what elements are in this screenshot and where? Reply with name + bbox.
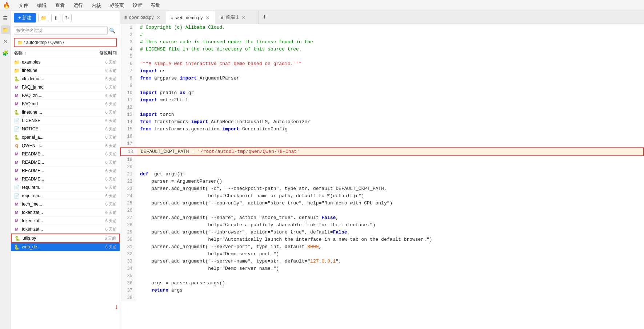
file-name: openai_a... <box>22 135 91 140</box>
file-item[interactable]: 🐍 openai_a... 6 天前 <box>11 133 120 142</box>
line-number: 16 <box>120 133 136 140</box>
file-item[interactable]: 📄 LICENSE 6 天前 <box>11 117 120 125</box>
sidebar-icon-files[interactable]: 📁 <box>1 25 10 34</box>
menu-kernel[interactable]: 内核 <box>90 1 103 9</box>
line-content <box>136 294 140 301</box>
breadcrumb[interactable]: 📁 / autodl-tmp / Qwen / <box>14 38 117 47</box>
code-line: 37 return args <box>120 287 644 294</box>
file-name: FAQ_zh.... <box>22 93 91 98</box>
file-item[interactable]: M FAQ_ja.md 6 天前 <box>11 83 120 92</box>
line-content: parser.add_argument("--server-name", typ… <box>136 258 341 265</box>
code-line: 11import mdtex2html <box>120 97 644 104</box>
line-number: 29 <box>120 229 136 236</box>
code-area[interactable]: 1# Copyright (c) Alibaba Cloud.2#3# This… <box>120 24 644 329</box>
file-item[interactable]: 🐍 cli_demo.... 6 天前 <box>11 75 120 83</box>
file-item[interactable]: M FAQ_zh.... 6 天前 <box>11 92 120 100</box>
file-icon: 🐍 <box>14 76 20 82</box>
code-line: 17 <box>120 140 644 147</box>
file-item[interactable]: M README... 6 天前 <box>11 150 120 158</box>
line-content <box>136 140 140 147</box>
tab-terminal[interactable]: 🖥 终端 1 ✕ <box>215 11 259 24</box>
code-line: 38 <box>120 294 644 301</box>
line-content: help="Automatically launch the interface… <box>136 236 432 243</box>
code-line: 26 <box>120 207 644 214</box>
file-item[interactable]: M README... 6 天前 <box>11 167 120 175</box>
file-icon: 🐍 <box>14 134 20 140</box>
file-item[interactable]: M README... 6 天前 <box>11 175 120 183</box>
file-item[interactable]: 📁 examples 6 天前 <box>11 58 120 66</box>
file-item[interactable]: 🐍 finetune.... 6 天前 <box>11 108 120 117</box>
file-name: requirem... <box>22 193 91 198</box>
line-number: 1 <box>120 24 136 31</box>
code-line: 6"""A simple web interactive chat demo b… <box>120 60 644 68</box>
upload-folder-button[interactable]: 📁 <box>38 14 49 22</box>
code-line: 7import os <box>120 68 644 75</box>
file-item[interactable]: 📄 NOTICE 6 天前 <box>11 125 120 133</box>
search-input[interactable] <box>14 27 108 34</box>
code-line: 22 parser = ArgumentParser() <box>120 178 644 185</box>
file-item[interactable]: 🐍 utils.py 6 天前 <box>11 233 120 243</box>
file-item[interactable]: M tokenizat... 6 天前 <box>11 217 120 225</box>
line-number: 21 <box>120 171 136 178</box>
tab-download[interactable]: ≡ download.py ✕ <box>120 11 166 24</box>
tab-add-button[interactable]: + <box>259 13 270 21</box>
file-item[interactable]: M FAQ.md 6 天前 <box>11 100 120 108</box>
line-number: 33 <box>120 258 136 265</box>
line-content: help="Checkpoint name or path, default t… <box>136 192 364 200</box>
file-item[interactable]: 📄 requirem... 6 天前 <box>11 183 120 192</box>
line-content: from transformers import AutoModelForCau… <box>136 118 310 126</box>
upload-button[interactable]: ⬆ <box>51 14 60 22</box>
new-button[interactable]: + 新建 <box>14 13 36 23</box>
tab-web-demo-label: web_demo.py <box>175 15 203 20</box>
file-item[interactable]: M tokenizat... 6 天前 <box>11 208 120 217</box>
tab-terminal-close[interactable]: ✕ <box>241 14 247 21</box>
file-name: tech_me... <box>22 202 91 207</box>
search-button[interactable]: 🔍 <box>108 27 117 34</box>
sidebar-icon-circle[interactable]: ⊙ <box>1 37 10 46</box>
file-name: FAQ.md <box>22 101 91 106</box>
menu-view[interactable]: 查看 <box>54 1 66 9</box>
line-number: 10 <box>120 89 136 97</box>
file-time: 6 天前 <box>91 193 117 199</box>
tab-web-demo-close[interactable]: ✕ <box>205 15 211 21</box>
file-name: FAQ_ja.md <box>22 85 91 90</box>
menu-tabs[interactable]: 标签页 <box>108 1 125 9</box>
file-item[interactable]: 📄 requirem... 6 天前 <box>11 192 120 200</box>
tab-download-close[interactable]: ✕ <box>156 14 161 21</box>
file-time: 6 天前 <box>91 210 117 215</box>
menu-run[interactable]: 运行 <box>72 1 84 9</box>
file-item[interactable]: M tokenizat... 6 天前 <box>11 225 120 233</box>
menu-settings[interactable]: 设置 <box>131 1 144 9</box>
line-number: 38 <box>120 294 136 301</box>
file-item[interactable]: 🐍 web_de... 6 天前 <box>11 243 120 251</box>
line-number: 24 <box>120 192 136 200</box>
file-time: 6 天前 <box>91 76 117 82</box>
sidebar-icon-menu[interactable]: ☰ <box>1 14 10 23</box>
code-line: 9 <box>120 82 644 89</box>
file-icon: 🐍 <box>15 235 20 241</box>
line-number: 19 <box>120 156 136 163</box>
line-content: from argparse import ArgumentParser <box>136 75 239 82</box>
line-content <box>136 82 140 89</box>
tab-web-demo[interactable]: ≡ web_demo.py ✕ <box>166 11 215 24</box>
file-time: 6 天前 <box>91 202 117 207</box>
file-item[interactable]: M README... 6 天前 <box>11 158 120 167</box>
file-item[interactable]: M tech_me... 6 天前 <box>11 200 120 208</box>
file-time: 6 天前 <box>91 185 117 190</box>
editor-area: ≡ download.py ✕ ≡ web_demo.py ✕ 🖥 终端 1 ✕… <box>120 11 644 329</box>
code-line: 10import gradio as gr <box>120 89 644 97</box>
file-item[interactable]: 📁 finetune 6 天前 <box>11 66 120 75</box>
line-number: 20 <box>120 163 136 171</box>
sidebar-icon-puzzle[interactable]: 🧩 <box>1 49 10 57</box>
code-line: 35 <box>120 272 644 280</box>
refresh-button[interactable]: ↻ <box>63 14 72 22</box>
menu-help[interactable]: 帮助 <box>149 1 162 9</box>
file-item[interactable]: Q QWEN_T... 6 天前 <box>11 142 120 150</box>
menu-edit[interactable]: 编辑 <box>36 1 48 9</box>
menu-file[interactable]: 文件 <box>17 1 30 9</box>
col-name-header[interactable]: 名称 ↑ <box>14 50 91 56</box>
code-line: 3# This source code is licensed under th… <box>120 38 644 46</box>
file-icon: 🐍 <box>14 244 20 250</box>
line-number: 3 <box>120 38 136 46</box>
code-line: 19 <box>120 156 644 163</box>
